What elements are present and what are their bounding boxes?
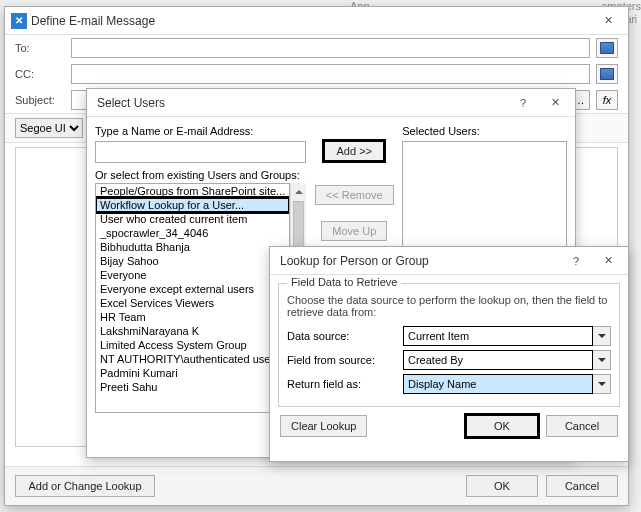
lookup-help-text: Choose the data source to perform the lo… (287, 294, 611, 318)
list-item[interactable]: Everyone except external users (96, 282, 289, 296)
close-icon[interactable]: ✕ (592, 250, 624, 272)
chevron-down-icon[interactable] (593, 374, 611, 394)
list-item[interactable]: Bibhudutta Bhanja (96, 240, 289, 254)
moveup-button[interactable]: Move Up (321, 221, 387, 241)
subject-label: Subject: (15, 94, 65, 106)
field-label: Field from source: (287, 354, 397, 366)
font-name-select[interactable]: Segoe UI (15, 118, 83, 138)
list-item[interactable]: Everyone (96, 268, 289, 282)
define-email-title: Define E-mail Message (27, 14, 592, 28)
selected-users-label: Selected Users: (402, 125, 567, 137)
select-users-titlebar: Select Users ? ✕ (87, 89, 575, 117)
return-input[interactable] (403, 374, 593, 394)
datasource-combo[interactable] (403, 326, 611, 346)
field-input[interactable] (403, 350, 593, 370)
close-icon[interactable]: ✕ (539, 92, 571, 114)
close-icon[interactable]: ✕ (592, 10, 624, 32)
define-email-footer: Add or Change Lookup OK Cancel (5, 466, 628, 505)
list-item[interactable]: Workflow Lookup for a User... (96, 198, 289, 212)
ok-button[interactable]: OK (466, 475, 538, 497)
scroll-up-icon[interactable] (291, 183, 306, 199)
lookup-titlebar: Lookup for Person or Group ? ✕ (270, 247, 628, 275)
existing-users-label: Or select from existing Users and Groups… (95, 169, 306, 181)
field-data-legend: Field Data to Retrieve (287, 276, 401, 288)
cc-addressbook-button[interactable] (596, 64, 618, 84)
field-data-group: Field Data to Retrieve Choose the data s… (278, 283, 620, 407)
scroll-thumb[interactable] (293, 201, 304, 251)
datasource-label: Data source: (287, 330, 397, 342)
list-item[interactable]: Bijay Sahoo (96, 254, 289, 268)
help-icon[interactable]: ? (507, 92, 539, 114)
existing-users-listbox[interactable]: People/Groups from SharePoint site...Wor… (95, 183, 290, 413)
return-label: Return field as: (287, 378, 397, 390)
list-item[interactable]: HR Team (96, 310, 289, 324)
list-item[interactable]: _spocrawler_34_4046 (96, 226, 289, 240)
select-users-title: Select Users (93, 96, 507, 110)
book-icon (600, 68, 614, 80)
chevron-down-icon[interactable] (593, 326, 611, 346)
list-item[interactable]: Limited Access System Group (96, 338, 289, 352)
to-field[interactable] (71, 38, 590, 58)
add-lookup-button[interactable]: Add or Change Lookup (15, 475, 155, 497)
list-item[interactable]: User who created current item (96, 212, 289, 226)
list-item[interactable]: LakshmiNarayana K (96, 324, 289, 338)
list-item[interactable]: Padmini Kumari (96, 366, 289, 380)
lookup-title: Lookup for Person or Group (276, 254, 560, 268)
define-email-titlebar: ✕ Define E-mail Message ✕ (5, 7, 628, 35)
cc-field[interactable] (71, 64, 590, 84)
clear-lookup-button[interactable]: Clear Lookup (280, 415, 367, 437)
lookup-dialog: Lookup for Person or Group ? ✕ Field Dat… (269, 246, 629, 462)
to-label: To: (15, 42, 65, 54)
chevron-down-icon[interactable] (593, 350, 611, 370)
help-icon[interactable]: ? (560, 250, 592, 272)
field-combo[interactable] (403, 350, 611, 370)
list-item[interactable]: Preeti Sahu (96, 380, 289, 394)
remove-button[interactable]: << Remove (315, 185, 394, 205)
list-item[interactable]: NT AUTHORITY\authenticated users (96, 352, 289, 366)
subject-fx-button[interactable]: fx (596, 90, 618, 110)
add-button[interactable]: Add >> (324, 141, 384, 161)
book-icon (600, 42, 614, 54)
cancel-button[interactable]: Cancel (546, 415, 618, 437)
type-name-input[interactable] (95, 141, 306, 163)
list-item[interactable]: People/Groups from SharePoint site... (96, 184, 289, 198)
ok-button[interactable]: OK (466, 415, 538, 437)
app-icon: ✕ (11, 13, 27, 29)
type-name-label: Type a Name or E-mail Address: (95, 125, 306, 137)
datasource-input[interactable] (403, 326, 593, 346)
to-addressbook-button[interactable] (596, 38, 618, 58)
cancel-button[interactable]: Cancel (546, 475, 618, 497)
cc-label: CC: (15, 68, 65, 80)
list-item[interactable]: Excel Services Viewers (96, 296, 289, 310)
return-combo[interactable] (403, 374, 611, 394)
